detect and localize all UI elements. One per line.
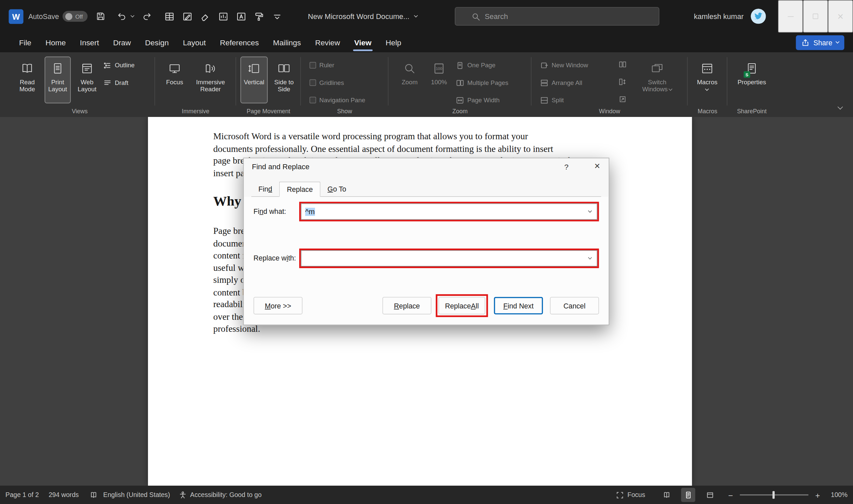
print-layout-icon: [51, 62, 64, 75]
cancel-button[interactable]: Cancel: [550, 297, 599, 314]
zoom-slider[interactable]: [740, 494, 808, 495]
paragraph-line: Microsoft Word is a versatile word proce…: [213, 130, 648, 143]
word-count[interactable]: 294 words: [49, 491, 78, 499]
search-input[interactable]: Search: [455, 7, 659, 26]
tab-file[interactable]: File: [12, 33, 38, 52]
chart-icon[interactable]: [218, 11, 229, 21]
ruler-checkbox: Ruler: [309, 59, 334, 72]
replace-all-button[interactable]: Replace All: [439, 297, 485, 314]
collapse-ribbon-button[interactable]: [838, 103, 842, 111]
zoom-slider-thumb[interactable]: [772, 491, 775, 499]
macros-button[interactable]: Macros: [690, 57, 724, 103]
tab-layout[interactable]: Layout: [176, 33, 213, 52]
draw-table-icon[interactable]: [183, 11, 193, 21]
group-macros: Macros Macros: [688, 52, 727, 117]
zoom-out-button[interactable]: −: [727, 490, 734, 500]
zoom-percentage[interactable]: 100%: [828, 491, 848, 499]
dropdown-chevron-icon: [588, 255, 592, 259]
outline-button[interactable]: Outline: [103, 59, 135, 72]
tab-home[interactable]: Home: [38, 33, 73, 52]
replace-with-dropdown-button[interactable]: [583, 251, 596, 265]
dialog-help-button[interactable]: ?: [564, 163, 568, 171]
page-width-button: Page Width: [456, 94, 499, 107]
minimize-button[interactable]: [778, 0, 803, 33]
tab-view[interactable]: View: [347, 33, 378, 52]
dialog-tab-goto[interactable]: Go To: [321, 182, 354, 196]
table-icon[interactable]: [165, 11, 175, 21]
tab-design[interactable]: Design: [138, 33, 176, 52]
tab-draw[interactable]: Draw: [106, 33, 138, 52]
format-painter-icon[interactable]: [254, 11, 265, 21]
focus-mode-button[interactable]: Focus: [616, 491, 645, 499]
save-button[interactable]: [93, 8, 109, 24]
replace-all-annotation: Replace All: [436, 294, 488, 317]
word-logo-icon: W: [9, 9, 23, 24]
avatar[interactable]: [751, 9, 766, 24]
status-bar: Page 1 of 2 294 words English (United St…: [0, 486, 853, 504]
maximize-button[interactable]: [803, 0, 828, 33]
eraser-icon[interactable]: [200, 11, 211, 21]
dialog-tabs: Find Replace Go To: [251, 182, 601, 197]
redo-button[interactable]: [139, 8, 155, 24]
web-layout-view-icon: [706, 491, 714, 499]
undo-dropdown-chevron-icon[interactable]: [130, 13, 135, 17]
share-button[interactable]: Share: [796, 35, 844, 50]
dropdown-chevron-icon: [588, 209, 592, 213]
customize-quick-access-icon[interactable]: [272, 11, 283, 21]
language-indicator[interactable]: English (United States): [103, 491, 170, 499]
draft-button[interactable]: Draft: [103, 76, 128, 89]
replace-with-input[interactable]: [301, 250, 598, 267]
dialog-tab-find[interactable]: Find: [251, 182, 279, 196]
more-button[interactable]: More >>: [253, 297, 303, 314]
tab-insert[interactable]: Insert: [73, 33, 106, 52]
maximize-icon: [813, 14, 818, 19]
vertical-button[interactable]: Vertical: [241, 57, 268, 103]
user-account[interactable]: kamlesh kumar: [694, 12, 743, 20]
group-label-sharepoint: SharePoint: [727, 108, 776, 114]
read-mode-button[interactable]: Read Mode: [13, 57, 41, 103]
dialog-close-button[interactable]: ×: [594, 161, 600, 172]
web-layout-view-button[interactable]: [703, 488, 717, 502]
print-layout-view-icon: [684, 491, 692, 499]
document-title[interactable]: New Microsoft Word Docume...: [308, 0, 417, 33]
find-what-dropdown-button[interactable]: [583, 204, 596, 218]
immersive-reader-button[interactable]: Immersive Reader: [189, 57, 233, 103]
page-indicator[interactable]: Page 1 of 2: [5, 491, 39, 499]
find-what-input[interactable]: ^m: [301, 203, 598, 220]
draft-icon: [103, 78, 111, 87]
group-label-macros: Macros: [688, 108, 727, 114]
replace-button[interactable]: Replace: [383, 297, 431, 314]
accessibility-button[interactable]: [179, 491, 186, 499]
reset-position-icon: [618, 95, 626, 103]
web-layout-button[interactable]: Web Layout: [74, 57, 100, 103]
undo-button[interactable]: [114, 8, 130, 24]
close-button[interactable]: ×: [828, 0, 853, 33]
focus-button[interactable]: Focus: [162, 57, 188, 103]
navigation-pane-checkbox-box: [309, 97, 316, 104]
tab-references[interactable]: References: [213, 33, 266, 52]
properties-button[interactable]: S Properties: [731, 57, 773, 103]
share-label: Share: [813, 39, 832, 47]
tab-mailings[interactable]: Mailings: [266, 33, 308, 52]
dialog-tab-replace[interactable]: Replace: [279, 182, 321, 197]
zoom-icon: [403, 62, 416, 75]
find-next-button[interactable]: Find Next: [494, 297, 543, 314]
outline-icon: [103, 61, 111, 69]
accessibility-icon: [179, 491, 186, 499]
accessibility-status[interactable]: Accessibility: Good to go: [190, 491, 262, 499]
read-mode-view-button[interactable]: [659, 488, 673, 502]
find-what-annotation: ^m: [299, 202, 599, 221]
autosave-toggle[interactable]: Off: [63, 11, 88, 22]
group-label-immersive: Immersive: [155, 108, 236, 114]
print-layout-view-button[interactable]: [681, 488, 695, 502]
dialog-title[interactable]: Find and Replace: [252, 163, 309, 170]
styles-icon[interactable]: [236, 11, 247, 21]
autosave-control[interactable]: AutoSave Off: [28, 11, 88, 22]
print-layout-button[interactable]: Print Layout: [45, 57, 71, 103]
tab-help[interactable]: Help: [378, 33, 408, 52]
search-icon: [472, 12, 480, 20]
zoom-in-button[interactable]: +: [814, 490, 821, 500]
side-to-side-button[interactable]: Side to Side: [270, 57, 298, 103]
tab-review[interactable]: Review: [308, 33, 347, 52]
proofing-button[interactable]: [90, 491, 97, 499]
